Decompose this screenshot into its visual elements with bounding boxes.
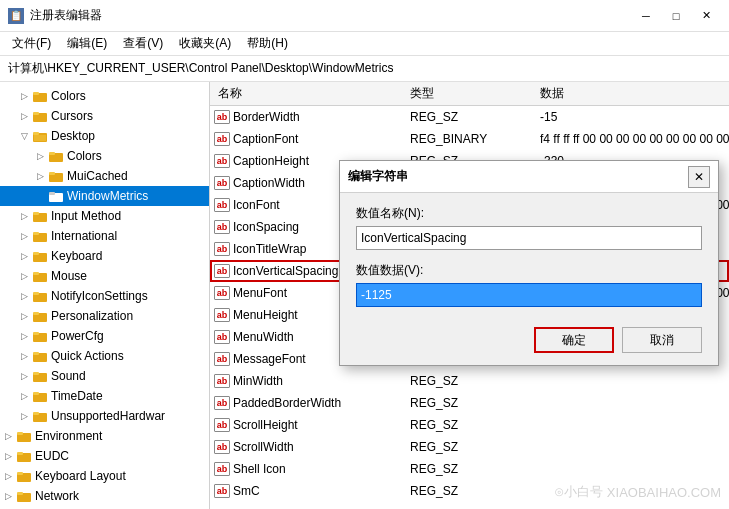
cancel-button[interactable]: 取消 — [622, 327, 702, 353]
dialog-body: 数值名称(N): 数值数据(V): 确定 取消 — [340, 193, 718, 365]
ok-button[interactable]: 确定 — [534, 327, 614, 353]
dialog-title: 编辑字符串 — [348, 168, 408, 185]
edit-string-dialog: 编辑字符串 ✕ 数值名称(N): 数值数据(V): 确定 取消 — [339, 160, 719, 366]
dialog-close-button[interactable]: ✕ — [688, 166, 710, 188]
dialog-title-bar: 编辑字符串 ✕ — [340, 161, 718, 193]
value-data-label: 数值数据(V): — [356, 262, 702, 279]
dialog-overlay: 编辑字符串 ✕ 数值名称(N): 数值数据(V): 确定 取消 — [0, 0, 729, 509]
dialog-buttons: 确定 取消 — [356, 327, 702, 353]
value-data-input[interactable] — [356, 283, 702, 307]
value-name-input[interactable] — [356, 226, 702, 250]
value-name-label: 数值名称(N): — [356, 205, 702, 222]
